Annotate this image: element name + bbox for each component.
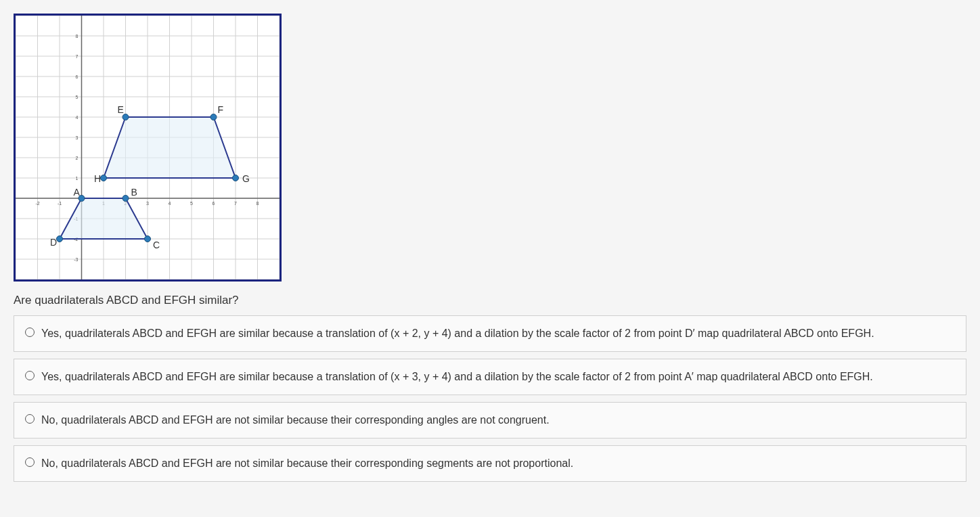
- svg-marker-50: [60, 198, 148, 239]
- answer-option[interactable]: Yes, quadrilaterals ABCD and EFGH are si…: [14, 359, 966, 395]
- svg-text:6: 6: [213, 201, 215, 206]
- svg-text:8: 8: [257, 201, 259, 206]
- svg-text:7: 7: [234, 201, 237, 206]
- radio-icon: [25, 371, 35, 380]
- svg-text:F: F: [218, 104, 224, 115]
- svg-text:5: 5: [76, 95, 79, 99]
- svg-text:7: 7: [76, 54, 79, 59]
- svg-text:5: 5: [190, 201, 193, 206]
- svg-text:2: 2: [76, 156, 79, 160]
- coordinate-graph: -2-112345678-3-2-112345678ABCDEFGH: [14, 14, 282, 282]
- svg-text:D: D: [50, 237, 57, 248]
- svg-point-57: [210, 114, 217, 120]
- question-text: Are quadrilaterals ABCD and EFGH similar…: [14, 294, 966, 307]
- option-label: Yes, quadrilaterals ABCD and EFGH are si…: [41, 325, 955, 342]
- svg-text:C: C: [153, 240, 160, 250]
- radio-icon: [25, 457, 35, 467]
- svg-point-52: [122, 196, 129, 202]
- svg-text:E: E: [118, 104, 124, 115]
- svg-text:6: 6: [76, 74, 79, 79]
- svg-text:8: 8: [76, 34, 79, 39]
- svg-text:B: B: [131, 187, 137, 198]
- answer-option[interactable]: Yes, quadrilaterals ABCD and EFGH are si…: [14, 315, 966, 352]
- radio-icon: [25, 414, 35, 424]
- svg-point-59: [101, 175, 107, 181]
- svg-point-54: [57, 236, 63, 242]
- svg-text:H: H: [94, 173, 101, 184]
- svg-text:4: 4: [169, 201, 171, 206]
- svg-point-53: [145, 236, 151, 242]
- svg-text:3: 3: [76, 135, 79, 140]
- answer-option[interactable]: No, quadrilaterals ABCD and EFGH are not…: [14, 402, 966, 439]
- svg-text:3: 3: [146, 201, 149, 206]
- svg-point-58: [233, 175, 239, 181]
- svg-text:-1: -1: [58, 201, 62, 206]
- option-label: No, quadrilaterals ABCD and EFGH are not…: [41, 412, 955, 428]
- option-label: No, quadrilaterals ABCD and EFGH are not…: [41, 455, 955, 472]
- svg-text:1: 1: [76, 176, 79, 181]
- answer-option[interactable]: No, quadrilaterals ABCD and EFGH are not…: [14, 445, 966, 482]
- svg-text:A: A: [74, 187, 81, 198]
- svg-text:-3: -3: [74, 257, 78, 262]
- radio-icon: [25, 328, 35, 337]
- svg-text:G: G: [242, 173, 250, 184]
- svg-marker-55: [104, 117, 236, 178]
- option-label: Yes, quadrilaterals ABCD and EFGH are si…: [41, 369, 955, 385]
- svg-text:4: 4: [76, 115, 79, 120]
- svg-text:-2: -2: [35, 201, 39, 206]
